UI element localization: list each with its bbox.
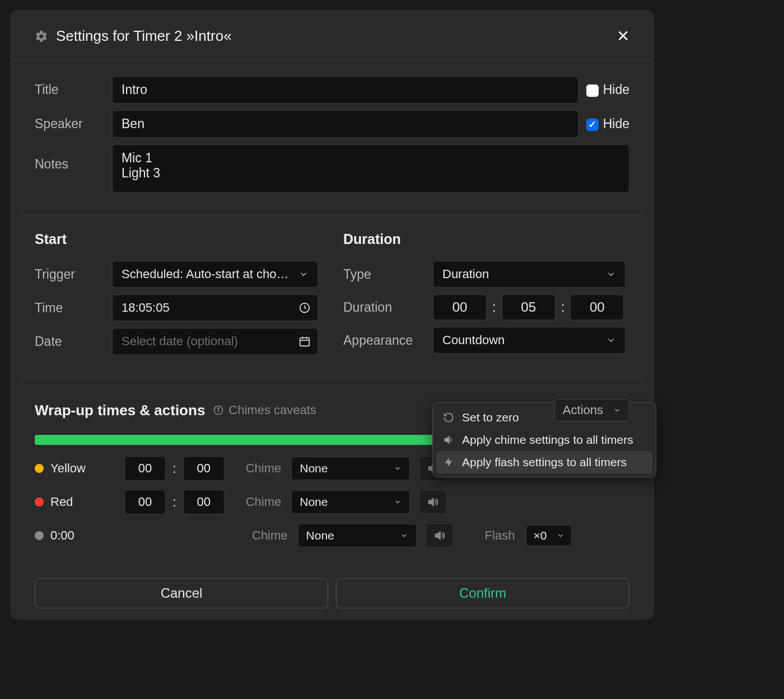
chime-label: Chime <box>246 461 282 476</box>
actions-button-label: Actions <box>563 403 603 417</box>
speaker-label: Speaker <box>35 116 112 132</box>
speaker-icon <box>427 496 439 508</box>
flash-select[interactable]: ×0 <box>526 525 572 546</box>
wrap-row-zero: 0:00 Chime None Flash ×0 <box>35 523 629 548</box>
notes-label: Notes <box>35 144 112 172</box>
zero-chime-value: None <box>306 529 334 542</box>
section-basics: Title Hide Speaker ✓ Hide Notes <box>10 60 654 215</box>
title-label: Title <box>35 82 112 97</box>
chevron-down-icon <box>298 269 309 279</box>
section-timing: Start Trigger Scheduled: Auto-start at c… <box>10 215 654 377</box>
red-ss[interactable]: 00 <box>183 490 225 514</box>
actions-button[interactable]: Actions <box>554 399 629 421</box>
appearance-select[interactable]: Countdown <box>433 327 626 354</box>
duration-label: Duration <box>343 300 433 315</box>
red-preview-chime-button[interactable] <box>419 490 447 514</box>
time-input[interactable] <box>119 298 298 317</box>
speaker-icon <box>433 529 446 542</box>
close-icon[interactable]: ✕ <box>617 27 629 45</box>
trigger-label: Trigger <box>35 267 112 282</box>
gear-icon <box>35 30 48 43</box>
type-select-value: Duration <box>442 267 489 282</box>
yellow-chime-select[interactable]: None <box>291 457 410 480</box>
zero-dot-icon <box>35 531 44 540</box>
clock-icon <box>298 302 311 314</box>
wrap-yellow-label: Yellow <box>50 461 86 476</box>
date-input[interactable] <box>119 332 298 351</box>
chime-label: Chime <box>252 528 288 543</box>
chime-label: Chime <box>246 495 282 509</box>
start-heading: Start <box>35 231 321 247</box>
appearance-select-value: Countdown <box>442 333 505 348</box>
actions-menu-apply-flash-all[interactable]: Apply flash settings to all timers <box>436 451 652 473</box>
yellow-chime-value: None <box>300 462 328 475</box>
chimes-caveats-link[interactable]: Chimes caveats <box>228 403 316 417</box>
undo-icon <box>443 412 454 423</box>
duration-column: Duration Type Duration Duration 00 : 05 … <box>343 231 629 362</box>
wrap-row-red: Red 00 : 00 Chime None <box>35 490 629 514</box>
start-column: Start Trigger Scheduled: Auto-start at c… <box>35 231 321 362</box>
flash-icon <box>443 457 454 468</box>
section-wrapup: Wrap-up times & actions Chimes caveats A… <box>10 378 654 573</box>
chevron-down-icon <box>394 498 402 506</box>
type-select[interactable]: Duration <box>433 261 626 288</box>
wrap-zero-label: 0:00 <box>50 528 74 543</box>
svg-marker-9 <box>429 499 433 506</box>
speaker-icon <box>443 434 454 445</box>
calendar-icon <box>298 335 311 348</box>
zero-chime-select[interactable]: None <box>298 524 417 547</box>
duration-ss[interactable]: 00 <box>570 294 624 320</box>
appearance-label: Appearance <box>343 333 433 348</box>
chevron-down-icon <box>606 269 616 279</box>
confirm-button[interactable]: Confirm <box>336 578 629 608</box>
svg-marker-11 <box>445 437 449 443</box>
cancel-button[interactable]: Cancel <box>35 578 328 608</box>
speaker-hide-checkbox[interactable]: ✓ <box>586 119 599 131</box>
trigger-select-value: Scheduled: Auto-start at chosen <box>122 267 294 282</box>
title-hide-checkbox[interactable] <box>586 85 599 97</box>
time-input-wrapper <box>112 294 318 321</box>
trigger-select[interactable]: Scheduled: Auto-start at chosen <box>112 261 318 288</box>
duration-heading: Duration <box>343 231 629 247</box>
red-chime-value: None <box>300 495 328 509</box>
notes-input[interactable] <box>112 144 629 193</box>
actions-menu-apply-chime-all[interactable]: Apply chime settings to all timers <box>436 429 652 451</box>
speaker-hide-label: Hide <box>603 116 629 132</box>
flash-value: ×0 <box>533 529 547 542</box>
yellow-mm[interactable]: 00 <box>124 456 166 481</box>
settings-dialog: Settings for Timer 2 »Intro« ✕ Title Hid… <box>10 10 654 620</box>
info-icon <box>213 405 224 416</box>
wrapup-heading: Wrap-up times & actions <box>35 402 205 419</box>
title-input[interactable] <box>112 76 578 104</box>
chevron-down-icon <box>394 465 402 472</box>
type-label: Type <box>343 267 433 282</box>
chevron-down-icon <box>557 532 564 540</box>
svg-point-7 <box>218 408 220 409</box>
red-dot-icon <box>35 498 44 506</box>
zero-preview-chime-button[interactable] <box>426 523 454 548</box>
yellow-ss[interactable]: 00 <box>183 456 225 481</box>
date-label: Date <box>35 334 112 349</box>
dialog-header: Settings for Timer 2 »Intro« ✕ <box>10 10 654 60</box>
footer: Cancel Confirm <box>10 578 654 608</box>
chevron-down-icon <box>400 532 408 540</box>
duration-hh[interactable]: 00 <box>433 294 487 320</box>
red-mm[interactable]: 00 <box>124 490 166 514</box>
yellow-dot-icon <box>35 464 44 473</box>
chevron-down-icon <box>613 406 621 414</box>
svg-rect-1 <box>300 338 310 346</box>
svg-marker-12 <box>445 458 452 467</box>
flash-label: Flash <box>485 528 515 543</box>
title-hide-label: Hide <box>603 82 629 97</box>
date-input-wrapper <box>112 328 318 355</box>
time-label: Time <box>35 301 112 316</box>
chevron-down-icon <box>606 335 616 345</box>
duration-mm[interactable]: 05 <box>502 294 556 320</box>
wrap-red-label: Red <box>50 495 73 509</box>
dialog-title: Settings for Timer 2 »Intro« <box>56 27 617 45</box>
svg-marker-10 <box>435 532 440 540</box>
speaker-input[interactable] <box>112 110 578 138</box>
red-chime-select[interactable]: None <box>291 490 410 514</box>
